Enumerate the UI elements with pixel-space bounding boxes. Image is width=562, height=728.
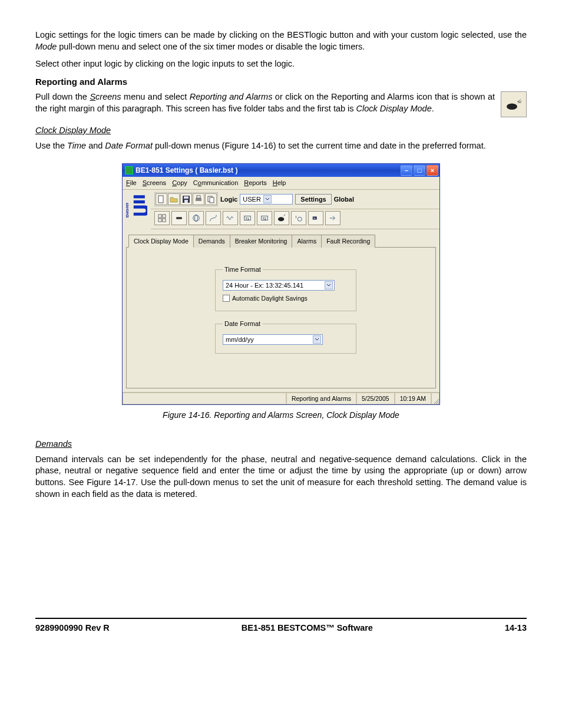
time-format-combo[interactable]: 24 Hour - Ex: 13:32:45.141 — [223, 280, 335, 291]
text: menu and select — [121, 92, 190, 101]
toolbar-secondary: T1 T2 I Tc — [151, 209, 439, 229]
tool-wave-icon[interactable] — [223, 211, 238, 225]
tool-grid-icon[interactable] — [154, 211, 170, 225]
time-format-value: 24 Hour - Ex: 13:32:45.141 — [226, 281, 322, 290]
app-window: BE1-851 Settings ( Basler.bst ) – □ × Fi… — [122, 163, 440, 405]
tab-breaker-monitoring[interactable]: Breaker Monitoring — [230, 235, 293, 248]
tool-globe-icon[interactable] — [189, 211, 204, 225]
tool-curve-icon[interactable] — [206, 211, 221, 225]
tool-io-icon[interactable]: I — [291, 211, 306, 225]
text-time: Time — [67, 141, 86, 150]
basler-logo: Basler — [125, 192, 148, 228]
svg-rect-7 — [184, 200, 188, 203]
new-file-icon[interactable] — [156, 193, 167, 205]
chevron-down-icon — [313, 335, 321, 344]
tab-clock-display-mode[interactable]: Clock Display Mode — [128, 235, 194, 248]
tab-demands[interactable]: Demands — [193, 235, 230, 248]
menu-reports[interactable]: Reports — [244, 179, 267, 187]
heading-clock-display-mode: Clock Display Mode — [35, 125, 527, 137]
heading-reporting-alarms: Reporting and Alarms — [35, 76, 527, 88]
text: and — [86, 141, 105, 150]
status-time: 10:19 AM — [395, 393, 431, 404]
menu-copy[interactable]: Copy — [172, 179, 187, 187]
tool-switch-icon[interactable] — [171, 211, 187, 225]
menu-screens[interactable]: Screens — [143, 179, 166, 187]
reporting-alarms-margin-icon — [501, 91, 527, 117]
minimize-button[interactable]: – — [401, 165, 412, 176]
page-footer: 9289900990 Rev R BE1-851 BESTCOMS™ Softw… — [35, 622, 527, 634]
svg-rect-14 — [158, 219, 161, 222]
svg-rect-6 — [184, 196, 189, 199]
footer-left: 9289900990 Rev R — [35, 622, 110, 634]
svg-rect-9 — [197, 196, 200, 198]
tool-alarm-icon[interactable] — [274, 211, 289, 225]
dst-checkbox[interactable]: Automatic Daylight Savings — [223, 294, 349, 302]
time-format-group: Time Format 24 Hour - Ex: 13:32:45.141 A… — [215, 265, 356, 311]
date-format-value: mm/dd/yy — [226, 335, 310, 344]
figure-caption: Figure 14-16. Reporting and Alarms Scree… — [35, 410, 527, 421]
svg-point-23 — [278, 217, 285, 221]
print-icon[interactable] — [193, 193, 204, 205]
paragraph-reporting-alarms: Pull down the Screens menu and select Re… — [35, 91, 527, 114]
menu-communication[interactable]: Communication — [193, 179, 238, 187]
app-icon — [125, 166, 133, 174]
svg-text:T1: T1 — [246, 217, 249, 220]
svg-rect-8 — [196, 198, 201, 201]
text-ra: Reporting and Alarms — [190, 92, 273, 101]
window-title: BE1-851 Settings ( Basler.bst ) — [135, 166, 401, 175]
titlebar[interactable]: BE1-851 Settings ( Basler.bst ) – □ × — [123, 164, 439, 177]
heading-demands: Demands — [35, 439, 527, 450]
paragraph-select-input: Select other input logic by clicking on … — [35, 58, 527, 70]
maximize-button[interactable]: □ — [414, 165, 425, 176]
svg-rect-15 — [163, 219, 166, 222]
svg-point-26 — [297, 217, 302, 221]
text: pull-down menu and select one of the six… — [57, 42, 365, 51]
text: pull-down menus (Figure 14-16) to set th… — [153, 141, 486, 150]
footer-center: BE1-851 BESTCOMS™ Software — [110, 622, 505, 634]
text-cdm: Clock Display Mode — [356, 104, 432, 113]
logic-label: Logic — [220, 195, 237, 204]
text: Pull down the — [35, 92, 90, 101]
date-format-legend: Date Format — [223, 319, 262, 328]
footer-rule — [35, 618, 527, 619]
resize-grip-icon[interactable] — [431, 393, 439, 404]
svg-line-24 — [284, 215, 286, 216]
tab-fault-recording[interactable]: Fault Recording — [321, 235, 375, 248]
open-file-icon[interactable] — [168, 193, 180, 205]
svg-rect-3 — [134, 200, 145, 203]
chevron-down-icon — [325, 281, 333, 289]
logic-combo[interactable]: USER — [240, 194, 293, 205]
close-button[interactable]: × — [427, 165, 438, 176]
menu-file[interactable]: File — [126, 179, 137, 187]
paragraph-demands: Demand intervals can be set independentl… — [35, 454, 527, 500]
save-icon[interactable] — [180, 193, 192, 205]
svg-rect-2 — [134, 195, 145, 198]
text: Logic settings for the logic timers can … — [35, 30, 527, 39]
svg-text:Basler: Basler — [126, 202, 130, 218]
svg-rect-11 — [210, 197, 214, 203]
svg-point-18 — [194, 215, 197, 222]
status-date: 5/25/2005 — [356, 393, 395, 404]
copy-icon[interactable] — [205, 193, 217, 205]
status-spacer — [123, 393, 286, 404]
text-mode: Mode — [35, 42, 57, 51]
menu-help[interactable]: Help — [273, 179, 286, 187]
status-screen-name: Reporting and Alarms — [286, 393, 356, 404]
tool-tc-icon[interactable]: Tc — [308, 211, 323, 225]
svg-rect-13 — [163, 215, 166, 218]
checkbox-icon — [223, 295, 230, 302]
tabs-row: Clock Display Mode Demands Breaker Monit… — [123, 229, 439, 247]
svg-rect-12 — [158, 215, 161, 218]
tool-arrow-icon[interactable] — [325, 211, 340, 225]
settings-button[interactable]: Settings — [295, 194, 331, 205]
svg-point-0 — [507, 103, 517, 110]
tool-timer-icon[interactable]: T1 — [240, 211, 255, 225]
toolbar-primary: Logic USER Settings Global — [151, 190, 439, 209]
date-format-combo[interactable]: mm/dd/yy — [223, 334, 323, 345]
footer-right: 14-13 — [505, 622, 527, 634]
tab-body: Time Format 24 Hour - Ex: 13:32:45.141 A… — [126, 247, 436, 388]
tab-alarms[interactable]: Alarms — [292, 235, 322, 248]
text: Use the — [35, 141, 67, 150]
logic-combo-value: USER — [243, 195, 261, 204]
tool-t2-icon[interactable]: T2 — [257, 211, 272, 225]
